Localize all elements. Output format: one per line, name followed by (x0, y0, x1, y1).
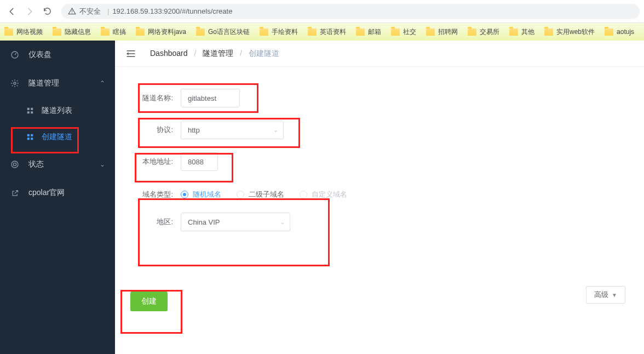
bookmark-item[interactable]: 网络视频 (4, 27, 43, 37)
breadcrumb-tunnel-mgmt[interactable]: 隧道管理 (203, 49, 233, 58)
url-bar[interactable]: 不安全 | 192.168.59.133:9200/#/tunnels/crea… (61, 4, 640, 19)
svg-rect-6 (27, 111, 30, 113)
folder-icon (260, 28, 268, 36)
radio-random-domain[interactable]: 随机域名 (181, 190, 221, 199)
bookmark-item[interactable]: 其他 (509, 27, 534, 37)
chevron-up-icon: ⌃ (100, 79, 105, 87)
bookmark-item[interactable]: 手绘资料 (260, 27, 298, 37)
sidebar-item-dashboard[interactable]: 仪表盘 (0, 41, 115, 69)
bookmark-label: 实用web软件 (556, 27, 595, 37)
sidebar-item-cpolar[interactable]: cpolar官网 (0, 179, 115, 207)
menu-collapse-icon[interactable] (126, 49, 137, 58)
bookmark-item[interactable]: 隐藏信息 (53, 27, 91, 37)
protocol-label: 协议: (130, 125, 181, 135)
folder-icon (605, 28, 613, 36)
svg-rect-10 (27, 138, 30, 140)
grid-icon (26, 133, 34, 141)
radio-dot-icon (237, 191, 244, 198)
bookmark-label: 其他 (521, 27, 534, 37)
bookmark-label: 交易所 (480, 27, 499, 37)
breadcrumb-dashboard[interactable]: Dashboard (150, 49, 188, 58)
svg-rect-5 (31, 108, 33, 110)
sidebar-label: cpolar官网 (28, 188, 65, 198)
breadcrumb-sep: / (194, 49, 196, 58)
bookmark-label: 英语资料 (320, 27, 346, 37)
svg-rect-11 (31, 138, 33, 140)
triangle-down-icon: ▼ (612, 292, 617, 298)
svg-point-1 (72, 13, 72, 13)
sidebar: 仪表盘 隧道管理 ⌃ 隧道列表 创建隧道 状态 ⌄ (0, 41, 115, 354)
breadcrumb-current: 创建隧道 (249, 49, 279, 58)
bookmark-item[interactable]: aotujs (605, 28, 634, 36)
svg-rect-9 (31, 134, 33, 136)
nav-forward-icon[interactable] (22, 4, 37, 19)
bookmark-item[interactable]: Go语言区块链 (196, 27, 250, 37)
tunnel-name-label: 隧道名称: (130, 93, 181, 103)
radio-subdomain[interactable]: 二级子域名 (237, 190, 284, 199)
bookmark-item[interactable]: 英语资料 (308, 27, 346, 37)
create-button[interactable]: 创建 (130, 292, 168, 311)
advanced-label: 高级 (594, 290, 608, 300)
bookmark-item[interactable]: 实用web软件 (544, 27, 595, 37)
folder-icon (356, 28, 365, 36)
sidebar-item-status[interactable]: 状态 ⌄ (0, 150, 115, 179)
folder-icon (509, 28, 518, 36)
bookmark-item[interactable]: 邮箱 (356, 27, 381, 37)
bookmark-item[interactable]: 交易所 (468, 27, 499, 37)
radio-dot-icon (300, 191, 307, 198)
folder-icon (391, 28, 400, 36)
folder-icon (196, 28, 205, 36)
bookmark-label: 隐藏信息 (65, 27, 91, 37)
sidebar-label: 隧道管理 (28, 78, 59, 88)
svg-point-12 (12, 161, 18, 168)
folder-icon (101, 28, 110, 36)
bookmark-label: aotujs (617, 28, 634, 36)
gauge-icon (10, 50, 20, 59)
target-icon (10, 160, 20, 169)
nav-back-icon[interactable] (4, 4, 20, 19)
folder-icon (4, 28, 13, 36)
bookmark-item[interactable]: 瞎搞 (101, 27, 126, 37)
breadcrumb-sep: / (240, 49, 242, 58)
bookmark-label: 邮箱 (368, 27, 381, 37)
sidebar-label: 创建隧道 (42, 132, 72, 142)
bookmark-item[interactable]: 网络资料java (136, 27, 186, 37)
sidebar-item-tunnel-list[interactable]: 隧道列表 (0, 98, 115, 124)
external-link-icon (10, 189, 20, 197)
browser-toolbar: 不安全 | 192.168.59.133:9200/#/tunnels/crea… (0, 0, 644, 23)
radio-label: 随机域名 (193, 190, 221, 199)
radio-custom-domain[interactable]: 自定义域名 (300, 190, 347, 199)
local-addr-input[interactable] (181, 152, 218, 171)
local-addr-label: 本地地址: (130, 157, 181, 167)
domain-type-label: 域名类型: (130, 190, 181, 199)
sidebar-label: 隧道列表 (42, 106, 72, 116)
advanced-button[interactable]: 高级 ▼ (586, 286, 625, 304)
bookmark-label: 手绘资料 (272, 27, 298, 37)
sidebar-item-tunnel-create[interactable]: 创建隧道 (0, 124, 115, 150)
bookmark-label: 网络资料java (148, 27, 186, 37)
highlight-box (138, 198, 330, 266)
svg-point-13 (13, 163, 16, 165)
bookmark-item[interactable]: 社交 (391, 27, 416, 37)
protocol-select[interactable] (181, 121, 284, 139)
breadcrumb: Dashboard / 隧道管理 / 创建隧道 (150, 49, 279, 59)
tunnel-name-input[interactable] (181, 89, 240, 107)
nav-reload-icon[interactable] (39, 4, 55, 19)
chevron-down-icon: ⌄ (100, 161, 105, 168)
svg-point-3 (14, 82, 16, 84)
bookmark-label: 瞎搞 (113, 27, 126, 37)
gear-icon (10, 79, 20, 88)
folder-icon (426, 28, 435, 36)
region-select[interactable] (181, 213, 290, 231)
sidebar-label: 仪表盘 (28, 50, 51, 60)
bookmark-item[interactable]: 招聘网 (426, 27, 458, 37)
folder-icon (544, 28, 553, 36)
url-divider: | (107, 7, 109, 15)
sidebar-item-tunnel-mgmt[interactable]: 隧道管理 ⌃ (0, 69, 115, 98)
folder-icon (53, 28, 61, 36)
svg-rect-8 (27, 134, 30, 136)
bookmark-label: 社交 (403, 27, 416, 37)
folder-icon (136, 28, 145, 36)
radio-label: 二级子域名 (249, 190, 284, 199)
radio-dot-icon (181, 191, 188, 198)
